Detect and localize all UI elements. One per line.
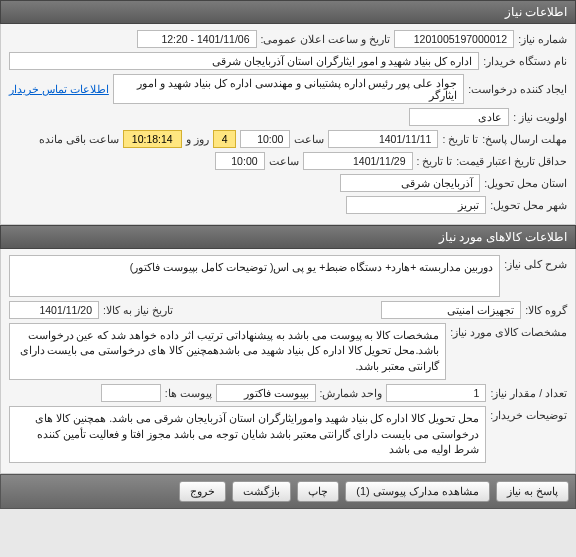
value-need-date: 1401/11/20 xyxy=(9,301,99,319)
value-goods-spec[interactable] xyxy=(9,323,446,380)
label-unit: واحد شمارش: xyxy=(320,387,383,399)
row-qty-unit: تعداد / مقدار نیاز: 1 واحد شمارش: بپیوست… xyxy=(9,384,567,402)
footer-toolbar: پاسخ به نیاز مشاهده مدارک پیوستی (1) چاپ… xyxy=(0,474,576,509)
label-to-date-2: تا تاریخ : xyxy=(417,155,453,167)
label-province: استان محل تحویل: xyxy=(484,177,567,189)
label-time-1: ساعت xyxy=(294,133,324,145)
row-priority: اولویت نیاز : عادی xyxy=(9,108,567,126)
value-days-left: 4 xyxy=(213,130,237,148)
label-qty: تعداد / مقدار نیاز: xyxy=(490,387,567,399)
label-buyer-notes: توضیحات خریدار: xyxy=(490,406,567,421)
label-goods-spec: مشخصات کالای مورد نیاز: xyxy=(450,323,567,338)
label-remaining: ساعت باقی مانده xyxy=(39,133,119,145)
value-requester: جواد علی پور رئیس اداره پشتیبانی و مهندس… xyxy=(113,74,464,104)
value-pv-date: 1401/11/29 xyxy=(303,152,413,170)
value-attachments xyxy=(101,384,161,402)
print-button[interactable]: چاپ xyxy=(297,481,339,502)
row-buyer-notes: توضیحات خریدار: xyxy=(9,406,567,463)
label-need-no: شماره نیاز: xyxy=(518,33,567,45)
value-priority: عادی xyxy=(409,108,509,126)
value-time-left: 10:18:14 xyxy=(123,130,182,148)
row-buyer-org: نام دستگاه خریدار: اداره کل بنیاد شهید و… xyxy=(9,52,567,70)
value-province: آذربایجان شرقی xyxy=(340,174,480,192)
label-buyer-org: نام دستگاه خریدار: xyxy=(483,55,567,67)
link-buyer-contact[interactable]: اطلاعات تماس خریدار xyxy=(9,83,109,95)
label-goods-group: گروه کالا: xyxy=(525,304,567,316)
value-unit: بپیوست فاکتور xyxy=(216,384,316,402)
row-city: شهر محل تحویل: تبریز xyxy=(9,196,567,214)
value-qty: 1 xyxy=(386,384,486,402)
value-buyer-org: اداره کل بنیاد شهید و امور ایثارگران است… xyxy=(9,52,479,70)
label-general-desc: شرح کلی نیاز: xyxy=(504,255,567,270)
label-city: شهر محل تحویل: xyxy=(490,199,567,211)
row-goods-group: گروه کالا: تجهیزات امنیتی تاریخ نیاز به … xyxy=(9,301,567,319)
goods-info-header: اطلاعات کالاهای مورد نیاز xyxy=(0,225,576,249)
need-info-header: اطلاعات نیاز xyxy=(0,0,576,24)
label-price-validity: حداقل تاریخ اعتبار قیمت: xyxy=(456,155,567,167)
label-to-date-1: تا تاریخ : xyxy=(442,133,478,145)
exit-button[interactable]: خروج xyxy=(179,481,226,502)
goods-info-body: شرح کلی نیاز: گروه کالا: تجهیزات امنیتی … xyxy=(0,249,576,474)
label-deadline: مهلت ارسال پاسخ: xyxy=(482,133,567,145)
respond-button[interactable]: پاسخ به نیاز xyxy=(496,481,569,502)
label-priority: اولویت نیاز : xyxy=(513,111,567,123)
need-info-body: شماره نیاز: 1201005197000012 تاریخ و ساع… xyxy=(0,24,576,225)
value-buyer-notes[interactable] xyxy=(9,406,486,463)
label-announce-dt: تاریخ و ساعت اعلان عمومی: xyxy=(261,33,391,45)
value-goods-group: تجهیزات امنیتی xyxy=(381,301,521,319)
label-days-and: روز و xyxy=(186,133,209,145)
row-province: استان محل تحویل: آذربایجان شرقی xyxy=(9,174,567,192)
value-need-no: 1201005197000012 xyxy=(394,30,514,48)
value-deadline-date: 1401/11/11 xyxy=(328,130,438,148)
value-deadline-time: 10:00 xyxy=(240,130,290,148)
value-city: تبریز xyxy=(346,196,486,214)
view-attachments-button[interactable]: مشاهده مدارک پیوستی (1) xyxy=(345,481,490,502)
label-need-date: تاریخ نیاز به کالا: xyxy=(103,304,173,316)
row-general-desc: شرح کلی نیاز: xyxy=(9,255,567,297)
row-requester: ایجاد کننده درخواست: جواد علی پور رئیس ا… xyxy=(9,74,567,104)
value-pv-time: 10:00 xyxy=(215,152,265,170)
row-goods-spec: مشخصات کالای مورد نیاز: xyxy=(9,323,567,380)
row-price-validity: حداقل تاریخ اعتبار قیمت: تا تاریخ : 1401… xyxy=(9,152,567,170)
label-time-2: ساعت xyxy=(269,155,299,167)
label-attachments: پیوست ها: xyxy=(165,387,212,399)
row-need-number: شماره نیاز: 1201005197000012 تاریخ و ساع… xyxy=(9,30,567,48)
label-requester: ایجاد کننده درخواست: xyxy=(468,83,567,95)
value-general-desc[interactable] xyxy=(9,255,500,297)
back-button[interactable]: بازگشت xyxy=(232,481,291,502)
value-announce-dt: 1401/11/06 - 12:20 xyxy=(137,30,257,48)
row-deadline: مهلت ارسال پاسخ: تا تاریخ : 1401/11/11 س… xyxy=(9,130,567,148)
